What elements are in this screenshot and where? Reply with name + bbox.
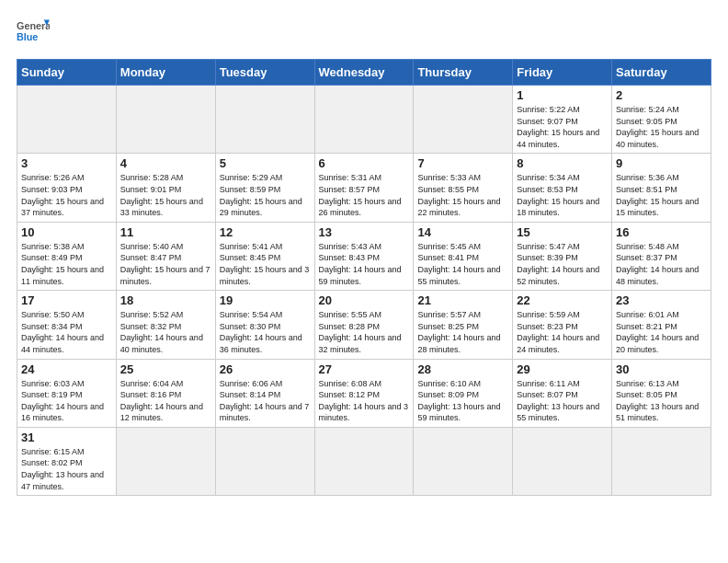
page: General Blue SundayMondayTuesdayWednesda… xyxy=(0,0,728,505)
calendar-day-cell: 6Sunrise: 5:31 AM Sunset: 8:57 PM Daylig… xyxy=(314,154,414,222)
day-number: 26 xyxy=(220,362,311,376)
day-info: Sunrise: 6:13 AM Sunset: 8:05 PM Dayligh… xyxy=(616,378,707,424)
day-number: 2 xyxy=(616,88,707,102)
day-info: Sunrise: 6:01 AM Sunset: 8:21 PM Dayligh… xyxy=(616,309,707,355)
calendar-day-cell: 21Sunrise: 5:57 AM Sunset: 8:25 PM Dayli… xyxy=(414,291,513,359)
day-number: 4 xyxy=(120,156,211,170)
day-header-thursday: Thursday xyxy=(414,60,513,86)
day-number: 30 xyxy=(616,362,707,376)
svg-text:Blue: Blue xyxy=(17,31,38,42)
day-info: Sunrise: 5:54 AM Sunset: 8:30 PM Dayligh… xyxy=(220,309,311,355)
day-info: Sunrise: 6:10 AM Sunset: 8:09 PM Dayligh… xyxy=(417,378,508,424)
day-info: Sunrise: 5:55 AM Sunset: 8:28 PM Dayligh… xyxy=(319,309,410,355)
calendar-day-cell: 27Sunrise: 6:08 AM Sunset: 8:12 PM Dayli… xyxy=(314,359,414,427)
day-info: Sunrise: 5:31 AM Sunset: 8:57 PM Dayligh… xyxy=(319,172,410,218)
calendar-day-cell: 11Sunrise: 5:40 AM Sunset: 8:47 PM Dayli… xyxy=(116,222,215,290)
calendar-week-row: 1Sunrise: 5:22 AM Sunset: 9:07 PM Daylig… xyxy=(17,86,711,154)
calendar-week-row: 31Sunrise: 6:15 AM Sunset: 8:02 PM Dayli… xyxy=(17,427,711,495)
day-number: 13 xyxy=(319,225,410,239)
day-number: 18 xyxy=(120,293,211,307)
calendar-day-cell: 23Sunrise: 6:01 AM Sunset: 8:21 PM Dayli… xyxy=(612,291,711,359)
day-number: 24 xyxy=(21,362,112,376)
day-info: Sunrise: 6:11 AM Sunset: 8:07 PM Dayligh… xyxy=(517,378,608,424)
day-info: Sunrise: 5:50 AM Sunset: 8:34 PM Dayligh… xyxy=(21,309,112,355)
day-number: 15 xyxy=(517,225,608,239)
day-number: 31 xyxy=(21,431,112,444)
day-info: Sunrise: 5:36 AM Sunset: 8:51 PM Dayligh… xyxy=(616,172,707,218)
calendar-day-cell: 1Sunrise: 5:22 AM Sunset: 9:07 PM Daylig… xyxy=(513,86,612,154)
day-header-sunday: Sunday xyxy=(17,60,117,86)
calendar-week-row: 17Sunrise: 5:50 AM Sunset: 8:34 PM Dayli… xyxy=(17,291,711,359)
day-number: 12 xyxy=(220,225,311,239)
day-number: 29 xyxy=(517,362,608,376)
day-number: 27 xyxy=(319,362,410,376)
day-info: Sunrise: 5:43 AM Sunset: 8:43 PM Dayligh… xyxy=(319,241,410,287)
day-info: Sunrise: 6:06 AM Sunset: 8:14 PM Dayligh… xyxy=(220,378,311,424)
day-info: Sunrise: 5:47 AM Sunset: 8:39 PM Dayligh… xyxy=(517,241,608,287)
day-info: Sunrise: 5:57 AM Sunset: 8:25 PM Dayligh… xyxy=(417,309,508,355)
day-number: 6 xyxy=(319,156,410,170)
calendar-day-cell xyxy=(116,86,215,154)
day-info: Sunrise: 5:33 AM Sunset: 8:55 PM Dayligh… xyxy=(417,172,508,218)
calendar-day-cell: 18Sunrise: 5:52 AM Sunset: 8:32 PM Dayli… xyxy=(116,291,215,359)
calendar-day-cell: 17Sunrise: 5:50 AM Sunset: 8:34 PM Dayli… xyxy=(17,291,117,359)
calendar-day-cell: 26Sunrise: 6:06 AM Sunset: 8:14 PM Dayli… xyxy=(215,359,314,427)
day-number: 17 xyxy=(21,293,112,307)
day-info: Sunrise: 5:24 AM Sunset: 9:05 PM Dayligh… xyxy=(616,104,707,150)
calendar-week-row: 3Sunrise: 5:26 AM Sunset: 9:03 PM Daylig… xyxy=(17,154,711,222)
calendar-day-cell xyxy=(414,86,513,154)
calendar-day-cell: 10Sunrise: 5:38 AM Sunset: 8:49 PM Dayli… xyxy=(17,222,117,290)
day-info: Sunrise: 5:26 AM Sunset: 9:03 PM Dayligh… xyxy=(21,172,112,218)
day-header-wednesday: Wednesday xyxy=(314,60,414,86)
calendar-day-cell xyxy=(17,86,117,154)
calendar-day-cell: 3Sunrise: 5:26 AM Sunset: 9:03 PM Daylig… xyxy=(17,154,117,222)
day-info: Sunrise: 6:03 AM Sunset: 8:19 PM Dayligh… xyxy=(21,378,112,424)
day-number: 22 xyxy=(517,293,608,307)
day-header-friday: Friday xyxy=(513,60,612,86)
calendar-day-cell: 29Sunrise: 6:11 AM Sunset: 8:07 PM Dayli… xyxy=(513,359,612,427)
calendar-day-cell: 24Sunrise: 6:03 AM Sunset: 8:19 PM Dayli… xyxy=(17,359,117,427)
calendar-day-cell xyxy=(314,86,414,154)
calendar-day-cell xyxy=(215,86,314,154)
calendar-day-cell: 14Sunrise: 5:45 AM Sunset: 8:41 PM Dayli… xyxy=(414,222,513,290)
calendar-day-cell xyxy=(414,427,513,495)
day-number: 3 xyxy=(21,156,112,170)
day-number: 14 xyxy=(417,225,508,239)
day-info: Sunrise: 5:59 AM Sunset: 8:23 PM Dayligh… xyxy=(517,309,608,355)
calendar-day-cell: 30Sunrise: 6:13 AM Sunset: 8:05 PM Dayli… xyxy=(612,359,711,427)
day-info: Sunrise: 5:28 AM Sunset: 9:01 PM Dayligh… xyxy=(120,172,211,218)
calendar-day-cell xyxy=(612,427,711,495)
day-number: 23 xyxy=(616,293,707,307)
generalblue-logo-icon: General Blue xyxy=(17,17,50,50)
calendar-day-cell: 19Sunrise: 5:54 AM Sunset: 8:30 PM Dayli… xyxy=(215,291,314,359)
day-number: 10 xyxy=(21,225,112,239)
calendar-header-row: SundayMondayTuesdayWednesdayThursdayFrid… xyxy=(17,60,711,86)
calendar-day-cell xyxy=(513,427,612,495)
calendar-day-cell: 31Sunrise: 6:15 AM Sunset: 8:02 PM Dayli… xyxy=(17,427,117,495)
day-number: 5 xyxy=(220,156,311,170)
day-info: Sunrise: 5:40 AM Sunset: 8:47 PM Dayligh… xyxy=(120,241,211,287)
day-number: 25 xyxy=(120,362,211,376)
day-number: 20 xyxy=(319,293,410,307)
logo: General Blue xyxy=(17,17,50,50)
day-info: Sunrise: 5:22 AM Sunset: 9:07 PM Dayligh… xyxy=(517,104,608,150)
day-number: 19 xyxy=(220,293,311,307)
day-info: Sunrise: 6:04 AM Sunset: 8:16 PM Dayligh… xyxy=(120,378,211,424)
day-info: Sunrise: 5:34 AM Sunset: 8:53 PM Dayligh… xyxy=(517,172,608,218)
header: General Blue xyxy=(17,17,711,50)
calendar-day-cell: 2Sunrise: 5:24 AM Sunset: 9:05 PM Daylig… xyxy=(612,86,711,154)
day-header-saturday: Saturday xyxy=(612,60,711,86)
calendar-day-cell: 16Sunrise: 5:48 AM Sunset: 8:37 PM Dayli… xyxy=(612,222,711,290)
day-number: 1 xyxy=(517,88,608,102)
calendar-week-row: 24Sunrise: 6:03 AM Sunset: 8:19 PM Dayli… xyxy=(17,359,711,427)
day-number: 16 xyxy=(616,225,707,239)
day-info: Sunrise: 5:52 AM Sunset: 8:32 PM Dayligh… xyxy=(120,309,211,355)
day-info: Sunrise: 6:08 AM Sunset: 8:12 PM Dayligh… xyxy=(319,378,410,424)
day-number: 8 xyxy=(517,156,608,170)
calendar-day-cell: 15Sunrise: 5:47 AM Sunset: 8:39 PM Dayli… xyxy=(513,222,612,290)
day-info: Sunrise: 6:15 AM Sunset: 8:02 PM Dayligh… xyxy=(21,446,112,492)
calendar-day-cell: 28Sunrise: 6:10 AM Sunset: 8:09 PM Dayli… xyxy=(414,359,513,427)
day-number: 28 xyxy=(417,362,508,376)
day-number: 11 xyxy=(120,225,211,239)
calendar-day-cell xyxy=(116,427,215,495)
